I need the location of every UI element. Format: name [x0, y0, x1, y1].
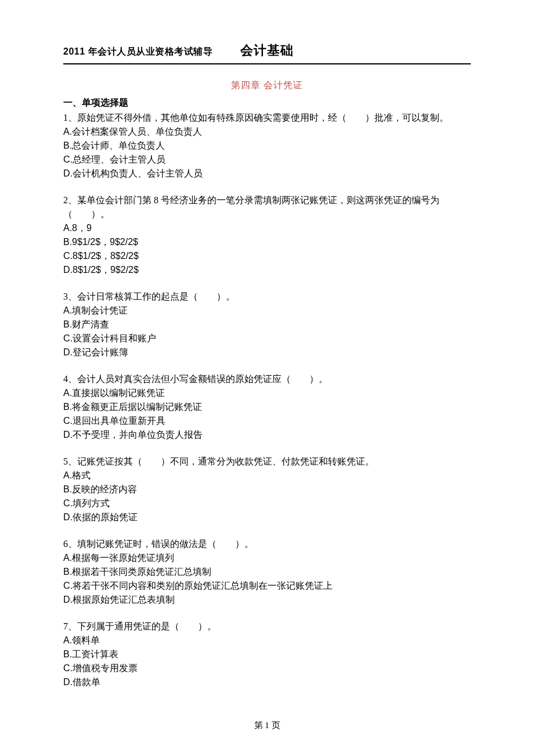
question-option: A.8，9 — [63, 221, 471, 235]
question-option: B.将金额更正后据以编制记账凭证 — [63, 400, 471, 414]
question-text: 7、下列属于通用凭证的是（ ）。 — [63, 620, 471, 633]
question-option: A.根据每一张原始凭证填列 — [63, 551, 471, 565]
question-text: 5、记账凭证按其（ ）不同，通常分为收款凭证、付款凭证和转账凭证。 — [63, 455, 471, 469]
question-option: B.工资计算表 — [63, 647, 471, 661]
question-block: 4、会计人员对真实合法但小写金额错误的原始凭证应（ ）。 A.直接据以编制记账凭… — [63, 372, 471, 442]
question-text: 2、某单位会计部门第 8 号经济业务的一笔分录需填制两张记账凭证，则这两张凭证的… — [63, 193, 471, 221]
question-option: A.格式 — [63, 469, 471, 483]
question-option: C.8$1/2$，8$2/2$ — [63, 249, 471, 263]
question-block: 6、填制记账凭证时，错误的做法是（ ）。 A.根据每一张原始凭证填列 B.根据若… — [63, 537, 471, 607]
question-option: C.退回出具单位重新开具 — [63, 414, 471, 428]
question-option: C.增值税专用发票 — [63, 661, 471, 675]
question-block: 2、某单位会计部门第 8 号经济业务的一笔分录需填制两张记账凭证，则这两张凭证的… — [63, 193, 471, 277]
page-number: 第 1 页 — [0, 719, 534, 732]
question-option: C.填列方式 — [63, 496, 471, 510]
question-option: B.财产清查 — [63, 318, 471, 332]
question-option: B.9$1/2$，9$2/2$ — [63, 235, 471, 249]
header-right: 会计基础 — [240, 41, 294, 60]
question-option: B.反映的经济内容 — [63, 483, 471, 496]
question-option: D.8$1/2$，9$2/2$ — [63, 263, 471, 277]
question-block: 7、下列属于通用凭证的是（ ）。 A.领料单 B.工资计算表 C.增值税专用发票… — [63, 620, 471, 689]
question-option: C.将若干张不同内容和类别的原始凭证汇总填制在一张记账凭证上 — [63, 579, 471, 593]
question-option: D.依据的原始凭证 — [63, 510, 471, 524]
question-block: 5、记账凭证按其（ ）不同，通常分为收款凭证、付款凭证和转账凭证。 A.格式 B… — [63, 455, 471, 524]
header-left: 2011 年会计人员从业资格考试辅导 — [63, 45, 212, 59]
question-option: A.会计档案保管人员、单位负责人 — [63, 125, 471, 139]
document-page: 2011 年会计人员从业资格考试辅导 会计基础 第四章 会计凭证 一、单项选择题… — [0, 0, 534, 756]
question-option: A.填制会计凭证 — [63, 304, 471, 318]
question-text: 4、会计人员对真实合法但小写金额错误的原始凭证应（ ）。 — [63, 372, 471, 386]
question-option: A.领料单 — [63, 633, 471, 647]
question-block: 3、会计日常核算工作的起点是（ ）。 A.填制会计凭证 B.财产清查 C.设置会… — [63, 290, 471, 359]
question-option: D.根据原始凭证汇总表填制 — [63, 593, 471, 607]
chapter-title: 第四章 会计凭证 — [63, 78, 471, 92]
question-option: B.总会计师、单位负责人 — [63, 139, 471, 153]
page-header: 2011 年会计人员从业资格考试辅导 会计基础 — [63, 41, 471, 64]
question-option: A.直接据以编制记账凭证 — [63, 386, 471, 400]
question-block: 1、原始凭证不得外借，其他单位如有特殊原因确实需要使用时，经（ ）批准，可以复制… — [63, 111, 471, 181]
question-text: 1、原始凭证不得外借，其他单位如有特殊原因确实需要使用时，经（ ）批准，可以复制… — [63, 111, 471, 125]
question-option: D.借款单 — [63, 675, 471, 689]
question-option: C.设置会计科目和账户 — [63, 332, 471, 345]
question-option: D.不予受理，并向单位负责人报告 — [63, 428, 471, 442]
question-text: 6、填制记账凭证时，错误的做法是（ ）。 — [63, 537, 471, 551]
question-option: D.会计机构负责人、会计主管人员 — [63, 167, 471, 181]
question-option: B.根据若干张同类原始凭证汇总填制 — [63, 565, 471, 579]
section-heading: 一、单项选择题 — [63, 96, 471, 110]
question-option: C.总经理、会计主管人员 — [63, 153, 471, 167]
question-text: 3、会计日常核算工作的起点是（ ）。 — [63, 290, 471, 304]
question-option: D.登记会计账簿 — [63, 345, 471, 359]
